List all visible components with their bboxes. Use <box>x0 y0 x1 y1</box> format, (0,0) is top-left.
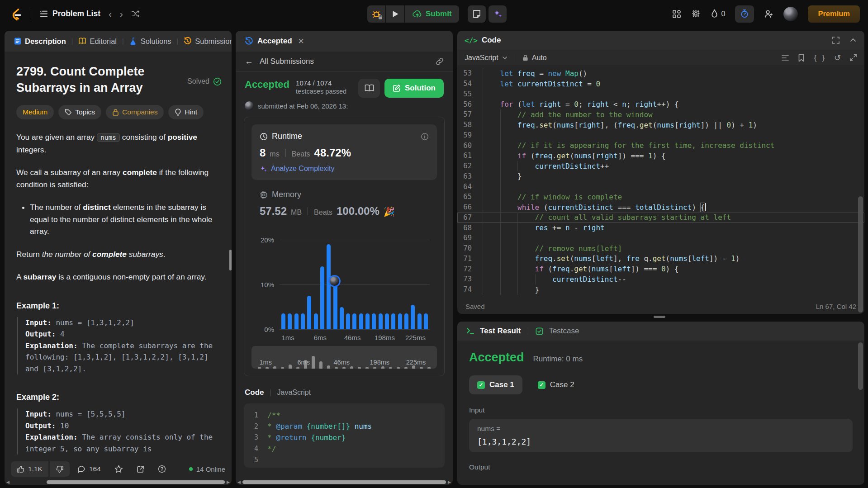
tab-test-result[interactable]: Test Result <box>480 327 521 336</box>
back-arrow-icon[interactable]: ← <box>245 57 253 66</box>
code-line[interactable]: 66while (currentDistinct === totalDistin… <box>457 202 864 213</box>
dislike-button[interactable] <box>50 461 70 477</box>
histogram-bar[interactable] <box>281 313 285 329</box>
code-line[interactable]: 54let currentDistinct = 0 <box>457 79 864 89</box>
code-line[interactable]: 55 <box>457 89 864 99</box>
code-line[interactable]: 61if (freq.get(nums[right]) === 1) { <box>457 151 864 161</box>
add-friend-button[interactable] <box>764 9 773 19</box>
runtime-card[interactable]: Runtime 8 ms Beats 48.72% Analyze Comple… <box>251 124 437 180</box>
histogram-bar[interactable] <box>411 305 415 329</box>
histogram-bar[interactable] <box>352 313 356 329</box>
left-horizontal-scrollbar[interactable]: ◀ ▶ <box>5 479 232 485</box>
editorial-book-button[interactable] <box>358 79 380 98</box>
test-vertical-scrollbar[interactable] <box>858 342 863 390</box>
close-tab-icon[interactable]: ✕ <box>298 37 304 46</box>
scroll-left-arrow[interactable]: ◀ <box>5 480 11 484</box>
code-line[interactable]: 63} <box>457 171 864 182</box>
histogram-bar[interactable] <box>398 313 402 329</box>
histogram-bar[interactable] <box>333 280 337 329</box>
tab-submissions[interactable]: Submissions <box>181 37 232 46</box>
debug-button[interactable] <box>367 5 385 23</box>
code-line[interactable]: 64 <box>457 181 864 192</box>
comments-button[interactable]: 164 <box>71 461 107 477</box>
scroll-thumb[interactable] <box>47 480 225 484</box>
random-problem-button[interactable] <box>131 9 140 18</box>
timer-button[interactable] <box>735 5 754 23</box>
code-line[interactable]: 5 <box>244 454 445 465</box>
histogram-bar[interactable] <box>314 313 318 329</box>
histogram-bar[interactable] <box>391 313 395 329</box>
tab-editorial[interactable]: Editorial <box>76 37 119 46</box>
hint-badge[interactable]: Hint <box>168 105 204 119</box>
scroll-right-arrow[interactable]: ▶ <box>225 480 232 484</box>
notes-button[interactable] <box>468 5 486 23</box>
code-line[interactable]: 56for (let right = 0; right < n; right++… <box>457 99 864 109</box>
code-line[interactable]: 74} <box>457 284 864 295</box>
histogram-bar[interactable] <box>365 313 370 329</box>
code-line[interactable]: 4 */ <box>244 443 445 455</box>
histogram-bar[interactable] <box>385 313 389 329</box>
language-select[interactable]: JavaScript <box>465 54 508 62</box>
share-button[interactable] <box>131 461 150 477</box>
memory-section[interactable]: Memory 57.52 MB Beats 100.00% 🎉 <box>251 180 437 220</box>
ai-assistant-button[interactable] <box>489 5 507 23</box>
info-icon[interactable] <box>421 133 429 141</box>
code-line[interactable]: 1/** <box>244 410 445 421</box>
braces-icon[interactable]: { } <box>813 54 825 62</box>
mid-horizontal-scrollbar[interactable]: ◀ ▶ <box>236 479 453 485</box>
histogram-bar[interactable] <box>288 313 292 329</box>
user-result-marker[interactable] <box>328 275 341 287</box>
panel-resize-handle-horizontal[interactable] <box>654 316 665 318</box>
histogram-bar[interactable] <box>379 313 383 329</box>
premium-button[interactable]: Premium <box>808 5 860 23</box>
code-line[interactable]: 71freq.set(nums[left], fre q.get(nums[le… <box>457 254 864 264</box>
histogram-bar[interactable] <box>320 266 324 329</box>
histogram-bar[interactable] <box>346 313 350 329</box>
expand-icon[interactable] <box>849 54 857 62</box>
code-line[interactable]: 69 <box>457 233 864 243</box>
accepted-tab-label[interactable]: Accepted <box>257 37 292 46</box>
runtime-chart-brush[interactable]: 1ms6ms46ms198ms225ms <box>251 346 437 369</box>
code-editor[interactable]: 53let freq = new Map()54let currentDisti… <box>457 66 864 298</box>
code-line[interactable]: 58freq.set(nums[right], (freq.get(nums[r… <box>457 120 864 130</box>
settings-button[interactable] <box>691 9 701 19</box>
submitted-code-snippet[interactable]: 1/**2 * @param {number[]} nums3 * @retur… <box>244 403 445 468</box>
all-submissions-link[interactable]: All Submissions <box>260 57 314 66</box>
code-line[interactable]: 65// if window is complete <box>457 192 864 202</box>
post-solution-button[interactable]: Solution <box>384 79 444 98</box>
bookmark-icon[interactable] <box>798 54 805 62</box>
histogram-bar[interactable] <box>359 313 363 329</box>
code-line[interactable]: 59 <box>457 130 864 141</box>
code-line[interactable]: 73currentDistinct-- <box>457 274 864 284</box>
fullscreen-icon[interactable] <box>832 36 840 44</box>
companies-badge[interactable]: Companies <box>106 105 164 119</box>
code-line[interactable]: 6 <box>244 465 445 468</box>
streak-counter[interactable]: 0 <box>711 9 725 19</box>
apps-grid-button[interactable] <box>672 9 681 19</box>
submit-button[interactable]: Submit <box>405 5 459 23</box>
code-line[interactable]: 2 * @param {number[]} nums <box>244 421 445 432</box>
code-line[interactable]: 53let freq = new Map() <box>457 68 864 79</box>
leetcode-logo[interactable] <box>10 7 23 21</box>
tab-description[interactable]: Description <box>11 37 69 46</box>
tab-testcase[interactable]: Testcase <box>549 327 579 336</box>
code-line[interactable]: 3 * @return {number} <box>244 432 445 443</box>
run-button[interactable] <box>386 5 404 23</box>
code-line[interactable]: 72if (freq.get(nums[left]) === 0) { <box>457 264 864 274</box>
histogram-bar[interactable] <box>294 313 299 329</box>
histogram-bar[interactable] <box>417 313 422 329</box>
editor-current-line[interactable]: 67// count all valid subarrays starting … <box>457 213 864 223</box>
histogram-bar[interactable] <box>340 307 344 330</box>
like-button[interactable]: 1.1K <box>11 461 48 477</box>
code-line[interactable]: 62currentDistinct++ <box>457 161 864 171</box>
difficulty-badge[interactable]: Medium <box>16 105 54 119</box>
help-button[interactable] <box>152 461 172 477</box>
auto-mode-toggle[interactable]: Auto <box>522 54 547 62</box>
editor-vertical-scrollbar[interactable] <box>858 196 863 313</box>
histogram-bar[interactable] <box>424 313 428 329</box>
case-1-button[interactable]: ✓ Case 1 <box>469 375 522 394</box>
code-line[interactable]: 57// add the number to the window <box>457 109 864 120</box>
histogram-bar[interactable] <box>404 313 408 329</box>
prev-problem-button[interactable]: ‹ <box>109 9 112 19</box>
favorite-button[interactable] <box>109 461 129 477</box>
